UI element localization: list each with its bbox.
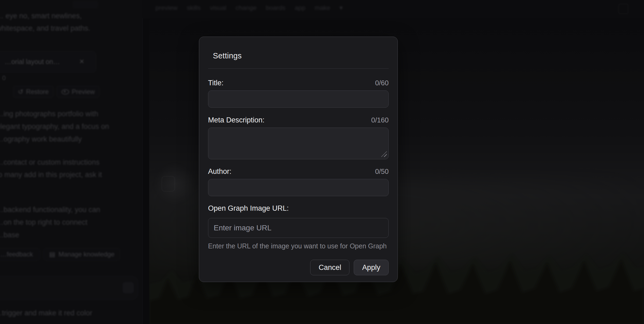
title-label: Title:: [208, 79, 224, 87]
meta-description-field-group: Meta Description: 0/160: [208, 116, 389, 159]
title-counter: 0/60: [375, 79, 389, 87]
meta-description-counter: 0/160: [371, 116, 389, 124]
dialog-title: Settings: [213, 51, 389, 60]
meta-description-label: Meta Description:: [208, 116, 264, 124]
og-image-url-label: Open Graph Image URL:: [208, 204, 289, 213]
author-counter: 0/50: [375, 167, 389, 176]
author-field-group: Author: 0/50: [208, 167, 389, 196]
author-input[interactable]: [208, 179, 389, 196]
divider: [208, 68, 389, 69]
title-input[interactable]: [208, 90, 389, 108]
apply-button[interactable]: Apply: [354, 260, 389, 275]
dialog-footer: Cancel Apply: [208, 260, 389, 275]
meta-description-textarea[interactable]: [208, 128, 389, 159]
settings-dialog: Settings Title: 0/60 Meta Description: 0…: [199, 37, 398, 282]
og-help-text: Enter the URL of the image you want to u…: [208, 242, 389, 250]
title-field-group: Title: 0/60: [208, 79, 389, 108]
cancel-button[interactable]: Cancel: [310, 260, 349, 275]
og-image-field-group: Open Graph Image URL: Enter the URL of t…: [208, 204, 389, 250]
og-image-url-input[interactable]: [208, 218, 389, 238]
author-label: Author:: [208, 167, 231, 176]
